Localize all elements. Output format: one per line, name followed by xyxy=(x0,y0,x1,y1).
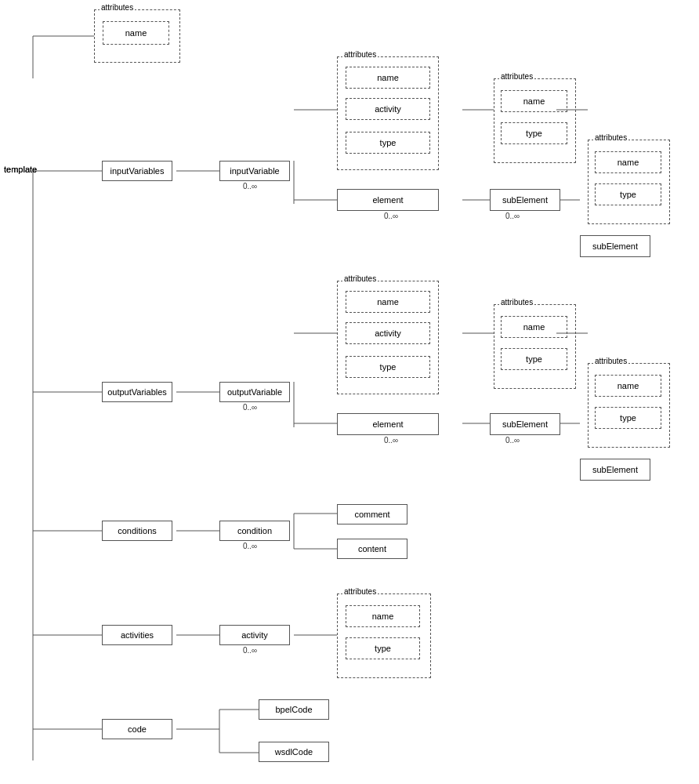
output-variables-box: outputVariables xyxy=(102,382,172,402)
template-node: template xyxy=(4,165,37,174)
condition-box: condition xyxy=(219,521,290,541)
element-1-mult: 0..∞ xyxy=(384,212,398,220)
top-attr-label: attributes xyxy=(100,3,135,12)
attr-2-name: name xyxy=(501,90,567,112)
attr-4-type: type xyxy=(346,356,430,378)
attr-container-2: attributes name type xyxy=(494,78,576,163)
attr-container-1: attributes name activity type xyxy=(337,56,439,170)
attr-5-name: name xyxy=(501,316,567,338)
attr-4-activity: activity xyxy=(346,322,430,344)
output-variable-box: outputVariable xyxy=(219,382,290,402)
sub-element-3-box: subElement xyxy=(490,413,560,435)
attr-6-label: attributes xyxy=(593,357,628,365)
attr-7-name: name xyxy=(346,605,420,627)
element-2-box: element xyxy=(337,413,439,435)
attr-6-type: type xyxy=(595,407,661,429)
sub-element-1-mult: 0..∞ xyxy=(505,212,520,220)
activity-box: activity xyxy=(219,625,290,645)
attr-container-7: attributes name type xyxy=(337,593,431,678)
attr-1-type: type xyxy=(346,132,430,154)
comment-box: comment xyxy=(337,504,407,524)
attr-container-5: attributes name type xyxy=(494,304,576,389)
attr-6-name: name xyxy=(595,375,661,397)
attr-container-6: attributes name type xyxy=(588,363,670,448)
input-variable-mult: 0..∞ xyxy=(243,182,257,191)
attr-5-type: type xyxy=(501,348,567,370)
attr-3-label: attributes xyxy=(593,133,628,142)
code-box: code xyxy=(102,719,172,739)
attr-5-label: attributes xyxy=(499,298,534,307)
top-attr-container: attributes name xyxy=(94,9,180,63)
element-1-box: element xyxy=(337,189,439,211)
content-box: content xyxy=(337,539,407,559)
attr-1-name: name xyxy=(346,67,430,89)
input-variables-box: inputVariables xyxy=(102,161,172,181)
sub-element-4-box: subElement xyxy=(580,459,650,481)
attr-1-activity: activity xyxy=(346,98,430,120)
attr-4-label: attributes xyxy=(342,274,378,283)
attr-2-label: attributes xyxy=(499,72,534,81)
attr-1-label: attributes xyxy=(342,50,378,59)
activity-mult: 0..∞ xyxy=(243,646,257,655)
attr-7-label: attributes xyxy=(342,587,378,596)
wsdl-code-box: wsdlCode xyxy=(259,742,329,762)
attr-7-type: type xyxy=(346,637,420,659)
input-variable-box: inputVariable xyxy=(219,161,290,181)
attr-4-name: name xyxy=(346,291,430,313)
conditions-box: conditions xyxy=(102,521,172,541)
attr-3-type: type xyxy=(595,183,661,205)
top-attr-name: name xyxy=(103,21,169,45)
attr-2-type: type xyxy=(501,122,567,144)
sub-element-3-mult: 0..∞ xyxy=(505,436,520,445)
sub-element-2-box: subElement xyxy=(580,235,650,257)
condition-mult: 0..∞ xyxy=(243,542,257,550)
diagram: template template attributes name inputV… xyxy=(0,0,699,784)
bpel-code-box: bpelCode xyxy=(259,699,329,720)
element-2-mult: 0..∞ xyxy=(384,436,398,445)
activities-box: activities xyxy=(102,625,172,645)
sub-element-1-box: subElement xyxy=(490,189,560,211)
attr-container-4: attributes name activity type xyxy=(337,281,439,394)
output-variable-mult: 0..∞ xyxy=(243,403,257,412)
attr-container-3: attributes name type xyxy=(588,140,670,224)
attr-3-name: name xyxy=(595,151,661,173)
